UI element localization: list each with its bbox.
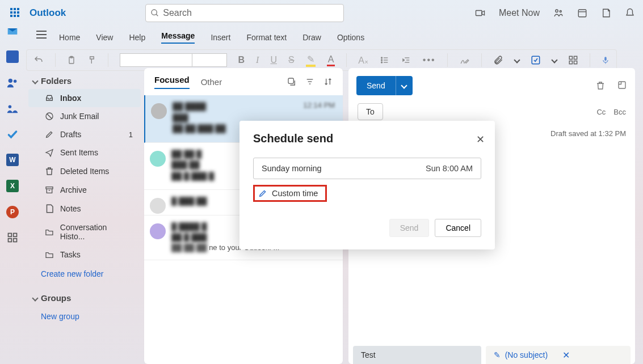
meet-now-link[interactable]: Meet Now	[499, 8, 540, 18]
send-dropdown[interactable]	[396, 76, 413, 95]
people-app-icon[interactable]	[6, 77, 19, 89]
svg-rect-22	[574, 61, 577, 64]
folder-label: Sent Items	[60, 148, 98, 157]
svg-point-10	[381, 60, 383, 61]
tab-home[interactable]: Home	[59, 33, 80, 42]
calendar-app-icon[interactable]	[6, 50, 19, 63]
font-selector[interactable]	[120, 53, 227, 67]
underline-icon[interactable]: U	[270, 55, 277, 65]
search-input[interactable]: Search	[145, 4, 344, 22]
meet-camera-icon[interactable]	[475, 8, 485, 18]
tab-format-text[interactable]: Format text	[246, 33, 287, 42]
actions-dropdown-icon[interactable]	[552, 57, 558, 63]
tab-options[interactable]: Options	[337, 33, 364, 42]
folder-conversation-history[interactable]: Conversation Histo...	[28, 218, 141, 246]
apps-icon[interactable]	[568, 55, 578, 65]
app-rail: W X P	[0, 26, 25, 364]
indent-icon[interactable]	[401, 56, 411, 65]
dialog-send-button[interactable]: Send	[389, 219, 430, 237]
compose-tab-test[interactable]: Test	[353, 346, 481, 364]
popout-icon[interactable]	[617, 80, 627, 90]
folder-notes[interactable]: Notes	[28, 199, 141, 218]
calendar-day-icon[interactable]	[577, 8, 587, 18]
actions-icon[interactable]	[531, 55, 541, 65]
todo-app-icon[interactable]	[6, 129, 19, 140]
folder-archive[interactable]: Archive	[28, 181, 141, 199]
powerpoint-app-icon[interactable]: P	[6, 206, 19, 218]
svg-point-26	[9, 105, 12, 109]
tab-message[interactable]: Message	[161, 31, 195, 44]
svg-point-11	[381, 62, 383, 63]
folder-inbox[interactable]: Inbox	[28, 89, 141, 107]
schedule-option-sunday[interactable]: Sunday morning Sun 8:00 AM	[253, 158, 481, 179]
bullets-icon[interactable]	[380, 56, 390, 65]
new-group-link[interactable]: New group	[25, 306, 144, 327]
folder-deleted[interactable]: Deleted Items	[28, 162, 141, 181]
sort-icon[interactable]	[323, 77, 333, 86]
hamburger-icon[interactable]	[36, 31, 47, 39]
schedule-send-dialog: Schedule send ✕ Sunday morning Sun 8:00 …	[239, 121, 495, 249]
mail-app-icon[interactable]	[6, 26, 19, 37]
folder-label: Junk Email	[60, 112, 99, 121]
svg-rect-2	[476, 10, 482, 15]
more-apps-icon[interactable]	[7, 232, 18, 243]
clear-format-icon[interactable]: Aₓ	[358, 55, 368, 66]
tab-label: Test	[361, 350, 376, 359]
dialog-cancel-button[interactable]: Cancel	[435, 219, 481, 237]
font-color-icon[interactable]: A	[327, 54, 335, 66]
svg-point-25	[14, 80, 17, 83]
folder-label: Conversation Histo...	[60, 223, 133, 241]
tab-focused[interactable]: Focused	[154, 75, 190, 89]
attach-dropdown-icon[interactable]	[514, 57, 520, 63]
folder-sent[interactable]: Sent Items	[28, 143, 141, 162]
close-icon[interactable]: ✕	[476, 133, 485, 146]
mic-icon[interactable]	[602, 54, 610, 66]
svg-point-3	[556, 10, 558, 12]
svg-point-0	[152, 10, 157, 15]
folders-header[interactable]: Folders	[25, 73, 144, 89]
app-launcher-icon[interactable]	[10, 8, 20, 18]
tab-insert[interactable]: Insert	[211, 33, 230, 42]
word-app-icon[interactable]: W	[6, 154, 19, 166]
discard-icon[interactable]	[595, 80, 606, 91]
bcc-link[interactable]: Bcc	[613, 108, 626, 116]
create-folder-link[interactable]: Create new folder	[25, 264, 144, 284]
folders-pane: Folders Inbox Junk Email Drafts 1 Sent I…	[25, 68, 144, 364]
tab-draw[interactable]: Draw	[302, 33, 321, 42]
notes-icon[interactable]	[601, 8, 611, 18]
tab-help[interactable]: Help	[129, 33, 145, 42]
folder-junk[interactable]: Junk Email	[28, 107, 141, 125]
clipboard-icon[interactable]	[67, 55, 76, 65]
close-tab-icon[interactable]: ✕	[562, 350, 570, 361]
tab-view[interactable]: View	[96, 33, 113, 42]
folder-drafts[interactable]: Drafts 1	[28, 125, 141, 143]
bold-icon[interactable]: B	[238, 55, 245, 65]
svg-point-9	[381, 57, 383, 58]
more-formatting-icon[interactable]: •••	[423, 55, 436, 65]
folder-tasks[interactable]: Tasks	[28, 246, 141, 264]
junk-icon	[44, 112, 54, 121]
undo-icon[interactable]	[33, 55, 44, 65]
groups-header[interactable]: Groups	[25, 290, 144, 306]
highlight-icon[interactable]: ✎	[306, 54, 316, 67]
select-all-icon[interactable]	[287, 77, 296, 86]
teams-icon[interactable]	[553, 8, 564, 18]
drafts-icon	[44, 130, 54, 139]
compose-tab-nosubject[interactable]: ✎ (No subject) ✕	[486, 346, 631, 364]
filter-icon[interactable]	[305, 77, 314, 86]
tab-other[interactable]: Other	[201, 77, 222, 87]
attach-icon[interactable]	[493, 55, 503, 65]
excel-app-icon[interactable]: X	[6, 180, 19, 192]
bell-icon[interactable]	[625, 8, 635, 18]
drafts-count: 1	[129, 130, 133, 139]
custom-time-button[interactable]: Custom time	[253, 185, 327, 202]
cc-link[interactable]: Cc	[596, 108, 606, 116]
strike-icon[interactable]: S	[288, 55, 295, 65]
groups-app-icon[interactable]	[6, 103, 19, 115]
italic-icon[interactable]: I	[256, 55, 259, 65]
send-button[interactable]: Send	[356, 76, 413, 95]
format-painter-icon[interactable]	[87, 55, 96, 65]
folder-label: Notes	[60, 204, 81, 213]
signature-icon[interactable]	[459, 55, 470, 65]
to-button[interactable]: To	[358, 103, 383, 120]
